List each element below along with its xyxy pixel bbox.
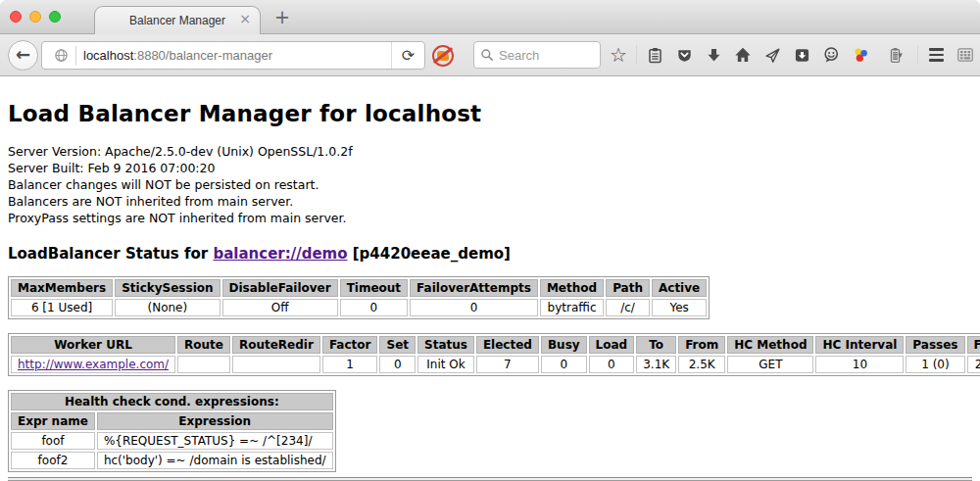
colored-dots-extension-button[interactable] xyxy=(851,45,870,65)
traffic-lights xyxy=(10,11,61,23)
column-header: Expr name xyxy=(11,412,95,430)
table-cell: /c/ xyxy=(606,299,650,316)
navigation-toolbar: ← localhost:8880/balancer-manager ⟳ xyxy=(0,34,980,76)
bookmark-star-button[interactable]: ☆ xyxy=(609,45,628,65)
column-header: Set xyxy=(379,336,416,354)
pocket-button[interactable] xyxy=(674,45,694,65)
home-icon xyxy=(734,46,752,64)
column-header: Route xyxy=(177,336,230,354)
table-cell: 3.1K xyxy=(636,356,676,373)
page-title: Load Balancer Manager for localhost xyxy=(8,101,972,126)
dark-download-icon xyxy=(794,47,810,64)
downloads-button[interactable] xyxy=(704,45,723,65)
column-header: FailoverAttempts xyxy=(410,279,538,297)
zoom-window-button[interactable] xyxy=(49,11,61,23)
column-header: Worker URL xyxy=(11,336,175,354)
back-button[interactable]: ← xyxy=(8,40,38,71)
chat-extension-button[interactable] xyxy=(821,45,841,65)
table-cell: %{REQUEST_STATUS} =~ /^[234]/ xyxy=(97,432,333,450)
proxypass-notice-line: ProxyPass settings are NOT inherited fro… xyxy=(8,210,972,226)
column-header: StickySession xyxy=(115,279,220,297)
globe-icon xyxy=(54,48,69,63)
download-manager-button[interactable] xyxy=(792,45,811,65)
urlbar-divider xyxy=(75,46,76,66)
table-cell: hc('body') =~ /domain is established/ xyxy=(97,452,333,469)
smiley-chat-icon xyxy=(822,46,840,64)
url-path: :8880/balancer-manager xyxy=(133,48,272,63)
balancer-demo-link[interactable]: balancer://demo xyxy=(213,245,347,263)
column-header: Expression xyxy=(97,412,333,430)
table-cell: http://www.example.com/ xyxy=(11,356,175,373)
column-header: Status xyxy=(417,336,474,354)
tab-balancer-manager[interactable]: Balancer Manager × xyxy=(94,6,261,34)
table-row: http://www.example.com/ 10Init Ok7003.1K… xyxy=(11,356,980,373)
new-tab-button[interactable]: + xyxy=(274,8,290,26)
menu-button[interactable] xyxy=(926,45,946,65)
column-header: Active xyxy=(652,279,707,297)
table-cell: 7 xyxy=(476,356,539,373)
worker-url-link[interactable]: http://www.example.com/ xyxy=(18,358,169,371)
send-tab-button[interactable] xyxy=(762,45,782,65)
toolbar-divider xyxy=(636,45,637,65)
column-header: HC Interval xyxy=(815,336,904,354)
reload-icon: ⟳ xyxy=(402,46,415,65)
server-version-line: Server Version: Apache/2.5.0-dev (Unix) … xyxy=(8,143,972,160)
table-cell: 2.5K xyxy=(678,356,725,373)
url-bar[interactable]: localhost:8880/balancer-manager ⟳ xyxy=(41,41,425,70)
star-icon: ☆ xyxy=(610,45,627,65)
column-header: Path xyxy=(606,279,650,297)
column-header: MaxMembers xyxy=(11,279,113,297)
table-cell: Init Ok xyxy=(417,356,474,373)
column-header: Passes xyxy=(906,336,964,354)
titlebar: Balancer Manager × + xyxy=(0,0,980,34)
column-header: Factor xyxy=(322,336,378,354)
home-button[interactable] xyxy=(733,45,753,65)
tab-title: Balancer Manager xyxy=(129,14,225,27)
balancer-settings-table: MaxMembersStickySessionDisableFailoverTi… xyxy=(8,276,710,319)
table-cell: 0 xyxy=(589,356,635,373)
send-icon xyxy=(764,47,781,64)
health-check-table: Health check cond. expressions:Expr name… xyxy=(8,390,336,472)
reload-button[interactable]: ⟳ xyxy=(391,42,424,69)
notes-extension-button[interactable]: ▾ xyxy=(880,45,909,65)
chevron-down-icon: ▾ xyxy=(898,50,903,60)
column-header: HC Method xyxy=(727,336,813,354)
toolbar-icons: ☆ xyxy=(609,34,975,75)
minimize-window-button[interactable] xyxy=(29,11,41,23)
clipboard-icon xyxy=(647,47,663,64)
page-content: Load Balancer Manager for localhost Serv… xyxy=(0,77,980,481)
download-arrow-icon xyxy=(706,47,722,64)
search-input[interactable] xyxy=(499,48,587,63)
table-cell: 6 [1 Used] xyxy=(11,299,113,316)
table-cell: bytraffic xyxy=(540,299,604,316)
table-title: Health check cond. expressions: xyxy=(11,393,333,410)
balancer-status-heading: LoadBalancer Status for balancer://demo … xyxy=(8,245,972,263)
table-row: foof2hc('body') =~ /domain is establishe… xyxy=(11,452,333,469)
heading-prefix: LoadBalancer Status for xyxy=(8,245,213,263)
url-text[interactable]: localhost:8880/balancer-manager xyxy=(83,48,391,63)
colored-dots-icon xyxy=(852,46,869,64)
column-header: Timeout xyxy=(340,279,408,297)
column-header: Load xyxy=(589,336,635,354)
search-box[interactable] xyxy=(473,41,601,69)
column-header: From xyxy=(678,336,725,354)
table-row: foof%{REQUEST_STATUS} =~ /^[234]/ xyxy=(11,432,333,450)
flashblock-extension-button[interactable] xyxy=(432,45,454,67)
toolbar-divider xyxy=(917,45,918,65)
server-built-line: Server Built: Feb 9 2016 07:00:20 xyxy=(8,160,972,176)
table-cell xyxy=(177,356,230,373)
column-header: RouteRedir xyxy=(232,336,320,354)
persist-notice-line: Balancer changes will NOT be persisted o… xyxy=(8,176,972,193)
close-tab-icon[interactable]: × xyxy=(239,12,251,25)
table-cell: GET xyxy=(727,356,813,373)
close-window-button[interactable] xyxy=(10,11,22,23)
table-cell: (None) xyxy=(115,299,220,316)
table-cell: 10 xyxy=(815,356,904,373)
column-header: DisableFailover xyxy=(222,279,338,297)
tiles-extension-button[interactable] xyxy=(956,45,975,65)
bookmarks-menu-button[interactable] xyxy=(645,45,664,65)
url-host: localhost xyxy=(83,48,133,63)
table-cell: 0 xyxy=(410,299,538,316)
hamburger-menu-icon xyxy=(929,48,944,62)
column-header: Fails xyxy=(967,336,980,354)
